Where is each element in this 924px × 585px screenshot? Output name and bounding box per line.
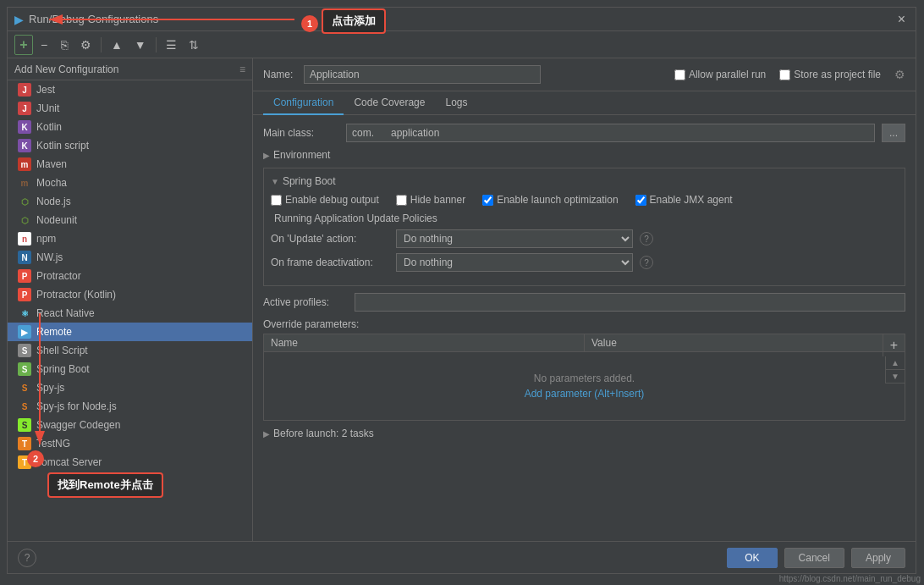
- bottom-bar: ? OK Cancel Apply: [8, 541, 916, 573]
- maven-icon: m: [18, 157, 31, 171]
- sidebar-item-maven[interactable]: mMaven: [8, 155, 252, 174]
- sidebar-item-protractor[interactable]: PProtractor: [8, 267, 252, 285]
- move-down-button[interactable]: ▼: [129, 36, 151, 54]
- enable-debug-checkbox[interactable]: [271, 195, 282, 206]
- tab-code-coverage[interactable]: Code Coverage: [344, 91, 435, 115]
- sidebar-item-nwjs[interactable]: NNW.js: [8, 248, 252, 267]
- sidebar-item-kotlin[interactable]: KKotlin: [8, 118, 252, 136]
- enable-launch-label[interactable]: Enable launch optimization: [482, 194, 618, 206]
- sidebar-item-label-spring-boot: Spring Boot: [36, 363, 90, 375]
- allow-parallel-label[interactable]: Allow parallel run: [674, 69, 766, 80]
- sort-button[interactable]: ⇅: [184, 36, 204, 54]
- sidebar-item-label-maven: Maven: [36, 158, 67, 170]
- sidebar-item-npm[interactable]: nnpm: [8, 229, 252, 248]
- on-update-select[interactable]: Do nothing Update classes and resources …: [396, 229, 633, 248]
- sidebar-item-label-tomcat: Tomcat Server: [36, 456, 102, 468]
- tabs-row: Configuration Code Coverage Logs: [253, 91, 916, 115]
- nodeunit-icon: ⬡: [18, 213, 31, 227]
- dialog-title: Run/Debug Configurations: [29, 13, 894, 25]
- sidebar-item-nodejs[interactable]: ⬡Node.js: [8, 192, 252, 211]
- sidebar-item-protractor-kotlin[interactable]: PProtractor (Kotlin): [8, 285, 252, 304]
- enable-debug-label[interactable]: Enable debug output: [271, 194, 379, 206]
- sidebar-item-label-testng: TestNG: [36, 438, 70, 450]
- hide-banner-checkbox[interactable]: [396, 195, 407, 206]
- protractor-kotlin-icon: P: [18, 288, 31, 301]
- enable-jmx-checkbox[interactable]: [635, 195, 646, 206]
- sidebar-item-swagger[interactable]: SSwagger Codegen: [8, 416, 252, 434]
- sidebar-item-spy-js-nodejs[interactable]: SSpy-js for Node.js: [8, 397, 252, 416]
- store-project-label[interactable]: Store as project file: [779, 69, 881, 80]
- add-param-link[interactable]: Add parameter (Alt+Insert): [525, 388, 645, 400]
- sidebar-item-label-nwjs: NW.js: [36, 251, 63, 263]
- sidebar-item-jest[interactable]: JJest: [8, 80, 252, 99]
- sidebar-item-shell-script[interactable]: SShell Script: [8, 341, 252, 360]
- gear-button[interactable]: ⚙: [894, 68, 905, 81]
- remote-icon: ▶: [18, 325, 31, 339]
- on-update-row: On 'Update' action: Do nothing Update cl…: [271, 229, 898, 248]
- sidebar-item-label-spy-js: Spy-js: [36, 382, 64, 394]
- settings-config-button[interactable]: ⚙: [75, 36, 96, 54]
- sidebar-item-kotlin-script[interactable]: KKotlin script: [8, 136, 252, 155]
- annotation-bubble-1: 1: [301, 15, 318, 32]
- apply-button[interactable]: Apply: [851, 548, 905, 568]
- params-col-name-header: Name: [264, 334, 585, 351]
- allow-parallel-checkbox[interactable]: [674, 69, 685, 80]
- store-project-checkbox[interactable]: [779, 69, 790, 80]
- nodejs-icon: ⬡: [18, 195, 31, 208]
- tab-logs[interactable]: Logs: [435, 91, 477, 115]
- move-up-button[interactable]: ▲: [106, 36, 128, 54]
- environment-section[interactable]: ▶ Environment: [263, 149, 905, 161]
- tab-configuration[interactable]: Configuration: [263, 91, 344, 115]
- sidebar-item-label-remote: Remote: [36, 326, 72, 338]
- main-class-browse-button[interactable]: ...: [882, 124, 905, 142]
- hide-banner-label[interactable]: Hide banner: [396, 194, 465, 206]
- sidebar-item-label-spy-js-nodejs: Spy-js for Node.js: [36, 400, 117, 412]
- sidebar-item-spy-js[interactable]: SSpy-js: [8, 378, 252, 397]
- override-params-label: Override parameters:: [263, 318, 359, 330]
- help-button[interactable]: ?: [18, 549, 36, 567]
- sidebar-item-react-native[interactable]: ⚛React Native: [8, 304, 252, 323]
- ok-button[interactable]: OK: [727, 548, 777, 568]
- name-label: Name:: [263, 69, 297, 80]
- sidebar-item-spring-boot[interactable]: SSpring Boot: [8, 360, 252, 378]
- name-input[interactable]: [304, 65, 541, 84]
- annotation-bubble-2: 2: [27, 450, 44, 467]
- sidebar-item-label-junit: JUnit: [36, 102, 59, 114]
- sidebar-item-junit[interactable]: JJUnit: [8, 99, 252, 118]
- toolbar-separator-2: [156, 37, 157, 52]
- main-class-input[interactable]: [346, 124, 875, 142]
- sidebar-item-label-swagger: Swagger Codegen: [36, 419, 120, 431]
- annotation-label-1: 点击添加: [322, 8, 386, 34]
- sidebar-item-tomcat[interactable]: TTomcat Server: [8, 453, 252, 472]
- params-scroll-down-button[interactable]: ▼: [886, 370, 905, 384]
- sidebar-item-label-nodeunit: Nodeunit: [36, 214, 77, 226]
- copy-config-button[interactable]: ⎘: [55, 36, 74, 54]
- sidebar-item-nodeunit[interactable]: ⬡Nodeunit: [8, 211, 252, 229]
- sidebar-filter-button[interactable]: ≡: [239, 63, 245, 75]
- jest-icon: J: [18, 83, 31, 97]
- active-profiles-input[interactable]: [355, 293, 905, 312]
- on-frame-select[interactable]: Do nothing Update classes and resources …: [396, 253, 633, 272]
- testng-icon: T: [18, 437, 31, 450]
- spring-checkboxes: Enable debug output Hide banner Enable l…: [271, 194, 898, 206]
- close-button[interactable]: ×: [894, 11, 909, 28]
- enable-launch-checkbox[interactable]: [482, 195, 493, 206]
- on-frame-help-icon[interactable]: ?: [640, 256, 653, 269]
- filter-button[interactable]: ☰: [161, 36, 182, 54]
- params-add-button[interactable]: +: [883, 334, 905, 356]
- sidebar-item-testng[interactable]: TTestNG: [8, 434, 252, 453]
- on-update-help-icon[interactable]: ?: [640, 232, 653, 246]
- sidebar-item-remote[interactable]: ▶Remote: [8, 323, 252, 341]
- spring-boot-header[interactable]: ▼ Spring Boot: [271, 175, 898, 187]
- add-config-button[interactable]: +: [14, 35, 33, 55]
- override-params-header: Override parameters:: [263, 318, 905, 330]
- enable-jmx-label[interactable]: Enable JMX agent: [635, 194, 733, 206]
- remove-config-button[interactable]: −: [35, 36, 53, 54]
- params-scroll-up-button[interactable]: ▲: [886, 356, 905, 370]
- sidebar-item-mocha[interactable]: mMocha: [8, 174, 252, 192]
- main-class-row: Main class: ...: [263, 124, 905, 142]
- cancel-button[interactable]: Cancel: [784, 548, 844, 568]
- before-launch-section[interactable]: ▶ Before launch: 2 tasks: [263, 428, 905, 439]
- sidebar-item-label-react-native: React Native: [36, 307, 95, 319]
- dialog-icon: ▶: [14, 13, 24, 26]
